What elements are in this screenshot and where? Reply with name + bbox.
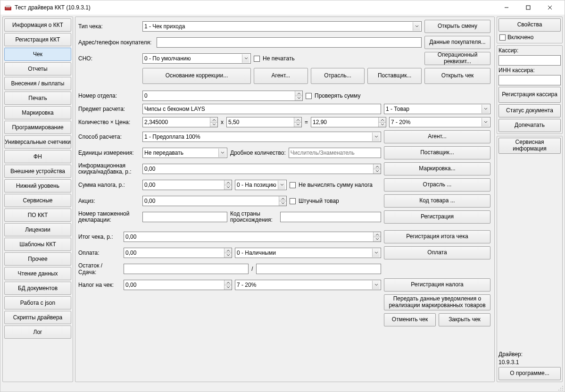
excise-spin[interactable]	[142, 196, 287, 206]
tax-sum-spin[interactable]	[142, 180, 232, 190]
nav-json[interactable]: Работа с json	[4, 296, 71, 309]
nav-read-data[interactable]: Чтение данных	[4, 267, 71, 280]
country-code-input[interactable]	[280, 212, 381, 222]
nav-receipt[interactable]: Чек	[4, 48, 71, 61]
window-title: Тест драйвера ККТ (10.9.3.1)	[15, 4, 496, 11]
no-print-checkbox[interactable]	[254, 56, 260, 62]
chevron-down-icon	[413, 22, 420, 31]
price-spin[interactable]	[226, 117, 302, 127]
nav-service[interactable]: Сервисные	[4, 194, 71, 207]
dept-no-spin[interactable]	[142, 91, 303, 101]
sno-select[interactable]: 0 - По умолчанию	[142, 53, 251, 64]
minimize-button[interactable]	[496, 0, 517, 15]
cashier-inn-input[interactable]	[499, 75, 561, 85]
nav-ext-devices[interactable]: Внешние устройства	[4, 165, 71, 178]
units-select[interactable]: Не передавать	[142, 148, 227, 158]
send-notif-button[interactable]: Передать данные уведомления о реализации…	[384, 294, 490, 310]
info-disc-spin[interactable]	[142, 164, 381, 174]
nav-print[interactable]: Печать	[4, 92, 71, 105]
label-tax-sum: Сумма налога, р.:	[78, 182, 140, 188]
resize-grip-icon[interactable]	[557, 384, 564, 391]
doc-status-button[interactable]: Статус документа	[499, 104, 561, 117]
cashier-input[interactable]	[499, 55, 561, 66]
item-code-button[interactable]: Код товара ...	[384, 194, 490, 208]
chevron-down-icon	[278, 181, 285, 189]
nav-log[interactable]: Лог	[4, 325, 71, 339]
nav-licenses[interactable]: Лицензии	[4, 223, 71, 236]
reg-total-button[interactable]: Регистрация итога чека	[384, 230, 490, 243]
properties-button[interactable]: Свойства	[499, 18, 561, 32]
close-receipt-button[interactable]: Закрыть чек	[439, 313, 490, 326]
svg-point-9	[562, 388, 563, 389]
calc-method-select[interactable]: 1 - Предоплата 100%	[142, 132, 381, 142]
agent-button[interactable]: Агент...	[254, 68, 308, 84]
change-input[interactable]	[256, 264, 381, 274]
marking-button[interactable]: Маркировка...	[384, 162, 490, 175]
no-auto-tax-checkbox[interactable]	[290, 182, 296, 188]
nav-register-kkt[interactable]: Регистрация ККТ	[4, 33, 71, 46]
main-panel: Тип чека: 1 - Чек прихода Открыть смену …	[75, 17, 495, 382]
cancel-receipt-button[interactable]: Отменить чек	[384, 313, 436, 326]
nav-deposits[interactable]: Внесения / выплаты	[4, 77, 71, 90]
payment-spin[interactable]	[124, 248, 232, 258]
reprint-button[interactable]: Допечатать	[499, 119, 561, 132]
tax-on-receipt-select[interactable]: 7 - 20%	[235, 280, 381, 290]
qty-spin[interactable]	[142, 117, 218, 127]
piece-goods-checkbox[interactable]	[290, 198, 296, 204]
svg-point-11	[560, 390, 561, 391]
check-sum-checkbox[interactable]	[306, 93, 312, 99]
nav-counters[interactable]: Универсальные счетчики	[4, 135, 71, 149]
label-enabled: Включено	[507, 34, 533, 41]
register-button[interactable]: Регистрация	[384, 210, 490, 224]
nav-scripts[interactable]: Скрипты драйвера	[4, 311, 71, 324]
frac-qty-input[interactable]	[289, 148, 381, 158]
chevron-down-icon	[242, 54, 249, 63]
driver-version: 10.9.3.1	[499, 359, 561, 366]
buyer-address-input[interactable]	[157, 37, 422, 48]
supplier2-button[interactable]: Поставщик...	[384, 146, 490, 159]
item-name-input[interactable]	[142, 104, 381, 114]
maximize-button[interactable]	[517, 0, 539, 15]
nav-db-docs[interactable]: БД документов	[4, 282, 71, 295]
agent2-button[interactable]: Агент...	[384, 130, 490, 143]
payment-button[interactable]: Оплата	[384, 246, 490, 259]
item-type-select[interactable]: 1 - Товар	[384, 104, 490, 114]
oper-req-button[interactable]: Операционный реквизит...	[424, 52, 490, 65]
correction-base-button[interactable]: Основание коррекции...	[142, 68, 251, 84]
nav-fn[interactable]: ФН	[4, 150, 71, 163]
nav-reports[interactable]: Отчеты	[4, 62, 71, 75]
receipt-type-select[interactable]: 1 - Чек прихода	[142, 21, 422, 32]
supplier-button[interactable]: Поставщик...	[367, 68, 422, 84]
service-info-button[interactable]: Сервисная информация	[499, 138, 561, 154]
tax-pos-select[interactable]: 0 - На позицию	[235, 180, 287, 190]
total-spin[interactable]	[124, 232, 381, 242]
nav-templates[interactable]: Шаблоны ККТ	[4, 238, 71, 251]
payment-type-select[interactable]: 0 - Наличными	[235, 248, 381, 258]
label-driver: Драйвер:	[499, 351, 561, 358]
enabled-checkbox[interactable]	[499, 34, 506, 41]
sum-spin[interactable]	[311, 117, 386, 127]
nav-po-kkt[interactable]: ПО ККТ	[4, 209, 71, 222]
nav-other[interactable]: Прочее	[4, 252, 71, 266]
nav-marking[interactable]: Маркировка	[4, 106, 71, 119]
nav-info-kkt[interactable]: Информация о ККТ	[4, 18, 71, 32]
reg-cashier-button[interactable]: Регистрация кассира	[499, 87, 561, 103]
label-remainder: Остаток / Сдача:	[78, 262, 121, 275]
close-button[interactable]	[539, 0, 561, 15]
chevron-down-icon	[372, 249, 380, 257]
industry-button[interactable]: Отрасль...	[311, 68, 365, 84]
remainder-input[interactable]	[124, 264, 249, 274]
tax-on-receipt-spin[interactable]	[124, 280, 232, 290]
open-receipt-button[interactable]: Открыть чек	[424, 68, 490, 84]
industry2-button[interactable]: Отрасль ...	[384, 178, 490, 192]
about-button[interactable]: О программе...	[499, 367, 561, 380]
nav-programming[interactable]: Программирование	[4, 121, 71, 134]
reg-tax-button[interactable]: Регистрация налога	[384, 278, 490, 292]
decl-no-input[interactable]	[142, 212, 227, 222]
buyer-data-button[interactable]: Данные покупателя...	[424, 36, 490, 49]
open-shift-button[interactable]: Открыть смену	[424, 20, 490, 33]
nav-low-level[interactable]: Нижний уровень	[4, 179, 71, 192]
vat-select[interactable]: 7 - 20%	[389, 117, 490, 127]
spin-up-icon	[295, 91, 302, 96]
chevron-down-icon	[372, 133, 380, 141]
